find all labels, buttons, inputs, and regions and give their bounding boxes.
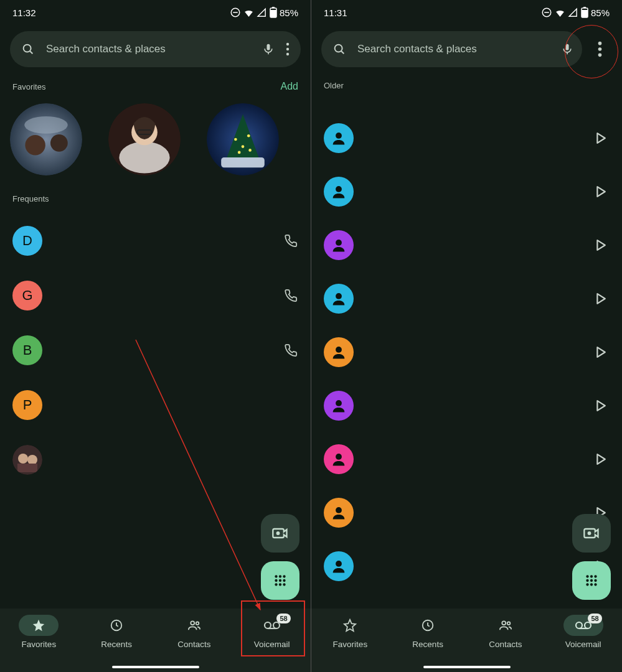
svg-point-36 [283,579,285,582]
svg-point-34 [275,579,277,582]
voicemail-badge: 58 [588,614,601,623]
nav-voicemail[interactable]: 58 Voicemail [233,615,311,672]
nav-favorites[interactable]: Favorites [0,615,78,672]
svg-point-70 [594,575,596,577]
play-icon[interactable] [590,240,612,251]
add-favorite-button[interactable]: Add [281,81,298,92]
more-vert-icon[interactable] [587,41,612,57]
wifi-icon [555,7,565,18]
svg-point-43 [265,622,271,628]
svg-point-60 [336,240,342,246]
dialpad-fab[interactable] [261,561,299,600]
svg-rect-29 [17,464,37,472]
frequents-list: D G B P [0,210,311,487]
play-icon[interactable] [590,400,612,411]
voicemail-item[interactable] [324,432,612,486]
nav-favorites[interactable]: Favorites [311,615,389,672]
person-avatar [324,444,354,474]
person-avatar [324,230,354,260]
frequent-item[interactable]: B [12,323,303,378]
letter-avatar: G [12,281,42,310]
frequents-label: Frequents [0,180,311,210]
search-bar[interactable]: Search contacts & places [10,31,301,67]
screen-favorites: 11:32 85% Search contacts & places [0,0,311,672]
voicemail-item[interactable] [324,379,612,432]
voicemail-item[interactable] [324,325,612,379]
video-call-fab[interactable] [572,514,611,553]
svg-point-79 [507,622,511,625]
status-time: 11:32 [12,7,36,18]
play-icon[interactable] [590,186,612,197]
svg-point-61 [336,293,342,299]
svg-point-14 [24,116,68,134]
voicemail-item[interactable] [324,218,612,272]
svg-point-78 [502,621,506,625]
voicemail-item[interactable] [324,165,612,218]
letter-avatar: B [12,335,42,365]
play-icon[interactable] [590,347,612,358]
dnd-icon [541,7,552,18]
nav-contacts[interactable]: Contacts [156,615,233,672]
wifi-icon [243,7,254,18]
svg-point-42 [196,622,199,625]
svg-point-9 [286,48,289,50]
mic-icon[interactable] [262,42,275,56]
svg-point-20 [234,138,237,141]
frequent-item[interactable]: D [12,213,303,268]
frequent-item[interactable]: P [12,378,303,432]
phone-icon[interactable] [278,343,303,357]
frequent-item[interactable]: G [12,268,303,323]
svg-point-41 [191,621,194,625]
person-avatar [324,391,354,421]
nav-recents[interactable]: Recents [78,615,156,672]
people-icon [174,615,214,636]
svg-point-13 [50,134,68,152]
frequent-item[interactable] [12,432,303,487]
search-bar[interactable]: Search contacts & places [321,31,582,67]
svg-point-23 [238,151,241,154]
play-icon[interactable] [590,454,612,465]
svg-rect-4 [270,10,276,17]
play-icon[interactable] [590,133,612,144]
svg-point-57 [598,54,601,57]
older-label: Older [311,67,622,96]
svg-point-72 [590,579,593,582]
dnd-icon [230,7,241,18]
svg-point-67 [588,531,591,535]
dialpad-fab[interactable] [572,561,611,600]
voicemail-item[interactable] [324,539,612,593]
phone-icon[interactable] [278,289,303,302]
svg-point-81 [585,622,591,628]
favorites-label: Favorites [12,82,45,91]
favorite-avatar[interactable] [10,103,82,175]
favorite-avatar[interactable] [108,103,181,175]
screen-voicemail: 11:31 85% Search contacts & places [311,0,622,672]
voicemail-item[interactable] [324,111,612,165]
battery-percent: 85% [591,7,610,18]
video-call-fab[interactable] [261,514,299,553]
svg-point-10 [286,53,289,55]
letter-avatar: D [12,226,42,256]
battery-icon [270,7,277,18]
favorite-avatar[interactable] [207,103,279,175]
mic-icon[interactable] [561,42,573,56]
svg-point-11 [10,103,82,175]
voicemail-item[interactable] [324,486,612,539]
signal-icon [257,7,267,18]
play-icon[interactable] [590,293,612,304]
nav-contacts[interactable]: Contacts [467,615,545,672]
status-icons: 85% [230,7,298,18]
nav-label: Voicemail [565,640,601,649]
svg-point-71 [586,579,588,582]
nav-recents[interactable]: Recents [389,615,467,672]
phone-icon[interactable] [278,234,303,248]
svg-point-73 [594,579,596,582]
more-vert-icon[interactable] [286,42,290,56]
svg-point-68 [586,575,588,577]
svg-point-76 [594,583,596,586]
nav-voicemail[interactable]: 58 Voicemail [544,615,622,672]
svg-rect-50 [583,7,586,8]
voicemail-item[interactable] [324,272,612,325]
voicemail-icon: 58 [252,615,292,636]
svg-point-28 [27,455,37,465]
